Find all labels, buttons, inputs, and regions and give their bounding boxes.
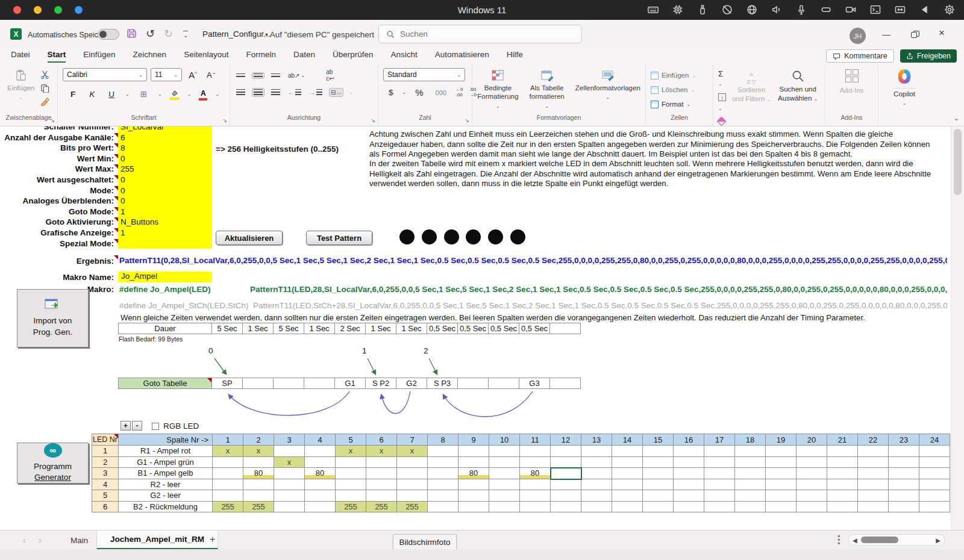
- led-data-cell[interactable]: [428, 468, 459, 479]
- led-data-cell[interactable]: [919, 457, 950, 468]
- dauer-cell[interactable]: 1 Sec: [304, 323, 335, 334]
- cut-icon[interactable]: [40, 70, 49, 79]
- led-data-cell[interactable]: [612, 468, 643, 479]
- led-data-cell[interactable]: [489, 490, 520, 502]
- addins-label[interactable]: Add-Ins: [840, 86, 864, 95]
- bold-button[interactable]: F: [67, 90, 78, 99]
- save-icon[interactable]: [127, 28, 137, 41]
- comments-button[interactable]: Kommentare: [826, 49, 894, 63]
- font-size-select[interactable]: 11⌄: [151, 68, 182, 81]
- led-data-cell[interactable]: [735, 457, 766, 468]
- param-value-cell[interactable]: 0: [120, 175, 125, 184]
- horizontal-scrollbar[interactable]: ◀ ▶: [848, 534, 945, 546]
- scroll-left-icon[interactable]: ◀: [853, 537, 857, 544]
- gear-icon[interactable]: [944, 4, 956, 16]
- test-pattern-button[interactable]: Test Pattern: [306, 231, 372, 245]
- led-data-cell[interactable]: [674, 468, 704, 479]
- led-name-cell[interactable]: G1 - Ampel grün: [119, 457, 213, 468]
- led-data-cell[interactable]: 80: [243, 468, 274, 479]
- ribbon-tab-datei[interactable]: Datei: [11, 50, 30, 63]
- add-column-button[interactable]: +: [120, 421, 131, 431]
- minimize-button[interactable]: [882, 31, 890, 36]
- ribbon-tab-einfügen[interactable]: Einfügen: [83, 50, 115, 63]
- led-data-cell[interactable]: [612, 479, 643, 491]
- insert-cells-button[interactable]: Einfügen⌄: [651, 69, 708, 81]
- param-value-cell[interactable]: 1: [120, 207, 125, 216]
- makro-name-cell[interactable]: Jo_Ampel: [118, 272, 212, 282]
- number-dialog-launcher-icon[interactable]: ↘: [465, 117, 469, 123]
- vertical-scrollbar[interactable]: [951, 126, 964, 530]
- align-top-icon[interactable]: [235, 73, 246, 78]
- align-right-icon[interactable]: [270, 89, 281, 96]
- led-data-cell[interactable]: [366, 457, 397, 468]
- network-off-icon[interactable]: [721, 4, 733, 16]
- led-data-cell[interactable]: [827, 468, 858, 479]
- search-input[interactable]: Suchen: [378, 25, 582, 43]
- align-bottom-icon[interactable]: [270, 73, 281, 78]
- prev-sheet-icon[interactable]: ‹: [23, 535, 26, 545]
- goto-cell[interactable]: [274, 378, 304, 389]
- dauer-cell[interactable]: 0,5 Sec: [427, 323, 458, 334]
- led-data-cell[interactable]: [735, 468, 766, 479]
- dauer-cell[interactable]: 1 Sec: [396, 323, 427, 334]
- wrap-text-icon[interactable]: abc↩: [325, 68, 335, 82]
- ribbon-tab-daten[interactable]: Daten: [293, 50, 315, 63]
- led-data-cell[interactable]: [274, 479, 305, 491]
- led-data-cell[interactable]: [858, 479, 889, 491]
- thousands-icon[interactable]: 000: [433, 89, 449, 96]
- dauer-cell[interactable]: 2 Sec: [335, 323, 366, 334]
- goto-cell[interactable]: S P2: [366, 378, 396, 389]
- worksheet[interactable]: Schalter Nummer:SI_LocalVarAnzahl der Au…: [0, 126, 964, 530]
- close-button[interactable]: ×: [939, 30, 947, 37]
- italic-button[interactable]: K: [86, 90, 98, 99]
- led-name-cell[interactable]: B2 - Rückmeldung: [119, 502, 213, 513]
- led-data-cell[interactable]: [612, 502, 643, 513]
- led-data-cell[interactable]: [520, 479, 551, 491]
- vertical-scrollbar-thumb[interactable]: [954, 129, 962, 195]
- led-data-cell[interactable]: [305, 446, 336, 457]
- ribbon-tab-hilfe[interactable]: Hilfe: [507, 50, 523, 63]
- led-data-cell[interactable]: [551, 479, 581, 491]
- underline-button[interactable]: U: [105, 90, 117, 99]
- ribbon-tab-überprüfen[interactable]: Überprüfen: [333, 50, 374, 63]
- led-data-cell[interactable]: [581, 457, 612, 468]
- redo-icon[interactable]: ↻: [164, 27, 173, 40]
- led-data-cell[interactable]: [612, 490, 643, 502]
- restore-button[interactable]: [911, 31, 919, 38]
- led-data-cell[interactable]: [919, 468, 950, 479]
- led-data-cell[interactable]: [213, 490, 243, 502]
- font-name-select[interactable]: Calibri⌄: [63, 68, 147, 81]
- ribbon-tab-zeichnen[interactable]: Zeichnen: [133, 50, 167, 63]
- fill-color-icon[interactable]: [170, 89, 180, 100]
- led-data-cell[interactable]: 255: [213, 502, 243, 513]
- led-data-cell[interactable]: [397, 468, 428, 479]
- alignment-dialog-launcher-icon[interactable]: ↘: [371, 117, 375, 123]
- dauer-cell[interactable]: 5 Sec: [212, 323, 243, 334]
- led-data-cell[interactable]: [243, 490, 274, 502]
- goto-cell[interactable]: [550, 378, 581, 389]
- led-data-cell[interactable]: [735, 479, 766, 491]
- play-back-icon[interactable]: [919, 4, 931, 16]
- led-data-cell[interactable]: [797, 490, 827, 502]
- led-data-cell[interactable]: x: [213, 446, 243, 457]
- goto-cell[interactable]: [243, 378, 274, 389]
- led-data-cell[interactable]: [858, 490, 889, 502]
- led-data-cell[interactable]: [305, 457, 336, 468]
- number-format-select[interactable]: Standard⌄: [383, 68, 465, 81]
- param-value-cell[interactable]: 0: [120, 196, 125, 205]
- add-sheet-button[interactable]: +: [210, 534, 215, 545]
- goto-cell[interactable]: [489, 378, 519, 389]
- led-data-cell[interactable]: [643, 446, 674, 457]
- led-data-cell[interactable]: x: [243, 446, 274, 457]
- led-data-cell[interactable]: [674, 479, 704, 491]
- currency-chevron-icon[interactable]: ⌄: [402, 90, 407, 95]
- led-data-cell[interactable]: [827, 502, 858, 513]
- dauer-cell[interactable]: 5 Sec: [274, 323, 304, 334]
- led-data-cell[interactable]: [827, 446, 858, 457]
- scroll-right-icon[interactable]: ▶: [936, 537, 941, 544]
- led-data-cell[interactable]: [858, 457, 889, 468]
- led-name-cell[interactable]: G2 - leer: [119, 490, 213, 502]
- led-data-cell[interactable]: [428, 457, 459, 468]
- led-data-cell[interactable]: [643, 490, 674, 502]
- led-data-cell[interactable]: [889, 490, 919, 502]
